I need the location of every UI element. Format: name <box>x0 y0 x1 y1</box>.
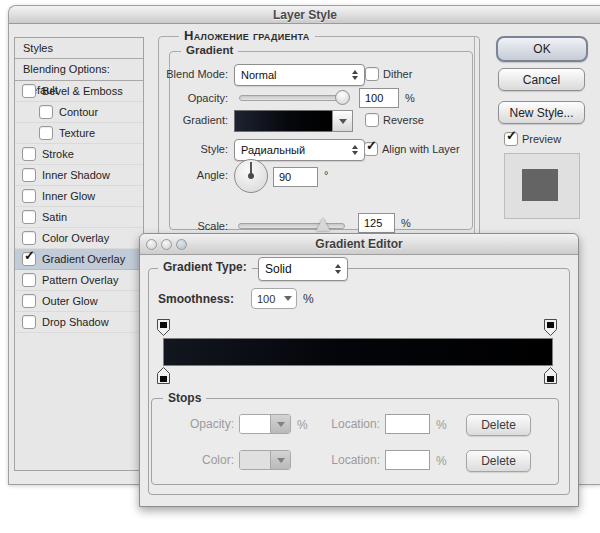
blend-mode-select[interactable]: Normal <box>234 64 365 86</box>
angle-hub-icon <box>248 173 254 179</box>
gradient-editor-titlebar[interactable]: Gradient Editor <box>140 234 578 255</box>
stop-color-swatch[interactable] <box>239 450 291 470</box>
angle-input[interactable] <box>273 167 318 187</box>
new-style-button[interactable]: New Style... <box>498 101 585 124</box>
stop-opacity-location-label: Location: <box>322 414 380 434</box>
stop-opacity-value <box>240 415 270 433</box>
delete-opacity-stop-button[interactable]: Delete <box>466 414 531 436</box>
dropdown-arrow-icon <box>284 289 296 308</box>
window-title: Layer Style <box>273 8 337 22</box>
checkbox-icon[interactable] <box>22 147 36 161</box>
blend-mode-label: Blend Mode: <box>61 64 228 84</box>
opacity-slider-thumb[interactable] <box>335 90 350 105</box>
checkbox-icon[interactable] <box>22 210 36 224</box>
gradient-picker-button[interactable] <box>332 110 353 132</box>
checkmark-icon: ✓ <box>366 139 377 152</box>
stop-opacity-label: Opacity: <box>170 414 234 434</box>
minimize-icon[interactable] <box>161 239 172 250</box>
checkbox-icon[interactable] <box>22 315 36 329</box>
stop-opacity-location-input[interactable] <box>385 414 430 434</box>
style-select[interactable]: Радиальный <box>234 139 365 161</box>
sidebar-item-label: Gradient Overlay <box>42 253 125 265</box>
stops-legend: Stops <box>163 391 206 405</box>
gradient-editor-dialog: Gradient Editor Gradient Type: Solid Smo… <box>139 233 579 507</box>
layer-style-titlebar[interactable]: Layer Style <box>9 6 600 24</box>
sidebar-item-pattern-overlay[interactable]: Pattern Overlay <box>15 270 143 291</box>
sidebar-item-label: Pattern Overlay <box>42 274 118 286</box>
opacity-stop-left[interactable] <box>157 319 170 336</box>
close-icon[interactable] <box>146 239 157 250</box>
align-with-layer-checkbox[interactable]: ✓ <box>364 142 378 156</box>
smoothness-unit: % <box>303 292 314 306</box>
checkbox-icon[interactable] <box>39 126 53 140</box>
style-value: Радиальный <box>241 144 305 156</box>
smoothness-label: Smoothness: <box>158 291 234 307</box>
zoom-icon[interactable] <box>176 239 187 250</box>
blend-mode-value: Normal <box>241 69 276 81</box>
checkmark-icon: ✓ <box>24 249 35 262</box>
sidebar-item-label: Outer Glow <box>42 295 98 307</box>
opacity-stop-right[interactable] <box>544 319 557 336</box>
checkbox-icon[interactable] <box>22 168 36 182</box>
updown-arrows-icon <box>352 70 358 80</box>
gradient-preview-bar[interactable] <box>163 338 553 366</box>
section-title: Наложение градиента <box>179 28 315 43</box>
delete-color-stop-button[interactable]: Delete <box>466 450 531 472</box>
angle-unit: ° <box>324 169 328 181</box>
opacity-input[interactable] <box>359 88 399 108</box>
gradient-type-value: Solid <box>265 262 292 276</box>
cancel-button[interactable]: Cancel <box>498 68 585 91</box>
dropdown-arrow-icon <box>339 119 347 124</box>
checkmark-icon: ✓ <box>506 129 517 142</box>
align-with-layer-label: Align with Layer <box>382 139 477 159</box>
dropdown-arrow-icon <box>270 415 290 433</box>
dither-label: Dither <box>383 64 443 84</box>
checkbox-icon[interactable] <box>22 231 36 245</box>
checkbox-icon[interactable] <box>22 273 36 287</box>
preview-thumbnail <box>504 153 580 219</box>
opacity-slider-track[interactable] <box>239 95 348 101</box>
stop-opacity-unit: % <box>297 418 308 432</box>
sidebar-item-inner-glow[interactable]: Inner Glow <box>15 186 143 207</box>
gradient-type-label: Gradient Type: <box>158 260 252 274</box>
checkbox-icon[interactable] <box>22 84 36 98</box>
stop-color-label: Color: <box>170 450 234 470</box>
smoothness-select[interactable]: 100 <box>251 288 297 309</box>
stop-color-location-unit: % <box>436 454 447 468</box>
updown-arrows-icon <box>352 145 358 155</box>
scale-slider-thumb[interactable] <box>316 218 330 231</box>
group-title: Gradient <box>181 44 238 56</box>
gradient-type-select[interactable]: Solid <box>258 257 348 281</box>
sidebar-item-label: Drop Shadow <box>42 316 109 328</box>
stop-color-location-label: Location: <box>322 450 380 470</box>
checkbox-checked-icon[interactable]: ✓ <box>22 252 36 266</box>
checkbox-icon[interactable] <box>22 294 36 308</box>
opacity-label: Opacity: <box>61 88 228 108</box>
stop-color-value <box>240 451 270 469</box>
preview-label: Preview <box>522 129 582 149</box>
sidebar-item-gradient-overlay[interactable]: ✓ Gradient Overlay <box>15 249 143 270</box>
smoothness-value: 100 <box>252 289 284 308</box>
scale-unit: % <box>401 217 411 229</box>
sidebar-item-label: Inner Glow <box>42 190 95 202</box>
color-stop-left[interactable] <box>157 367 170 384</box>
angle-dial[interactable] <box>234 159 268 193</box>
dither-checkbox[interactable] <box>365 67 379 81</box>
checkbox-icon[interactable] <box>39 105 53 119</box>
preview-checkbox[interactable]: ✓ <box>504 132 518 146</box>
scale-input[interactable] <box>358 213 395 233</box>
opacity-unit: % <box>405 92 415 104</box>
stop-color-location-input[interactable] <box>385 450 430 470</box>
gradient-swatch[interactable] <box>234 110 334 132</box>
checkbox-icon[interactable] <box>22 189 36 203</box>
sidebar-item-drop-shadow[interactable]: Drop Shadow <box>15 312 143 333</box>
stop-opacity-location-unit: % <box>436 418 447 432</box>
color-stop-right[interactable] <box>544 367 557 384</box>
sidebar-item-outer-glow[interactable]: Outer Glow <box>15 291 143 312</box>
reverse-checkbox[interactable] <box>365 113 379 127</box>
ok-button[interactable]: OK <box>496 36 588 62</box>
sidebar-header-styles: Styles <box>15 38 143 59</box>
stop-opacity-select[interactable] <box>239 414 291 434</box>
gradient-label: Gradient: <box>61 110 228 130</box>
dropdown-arrow-icon <box>270 451 290 469</box>
